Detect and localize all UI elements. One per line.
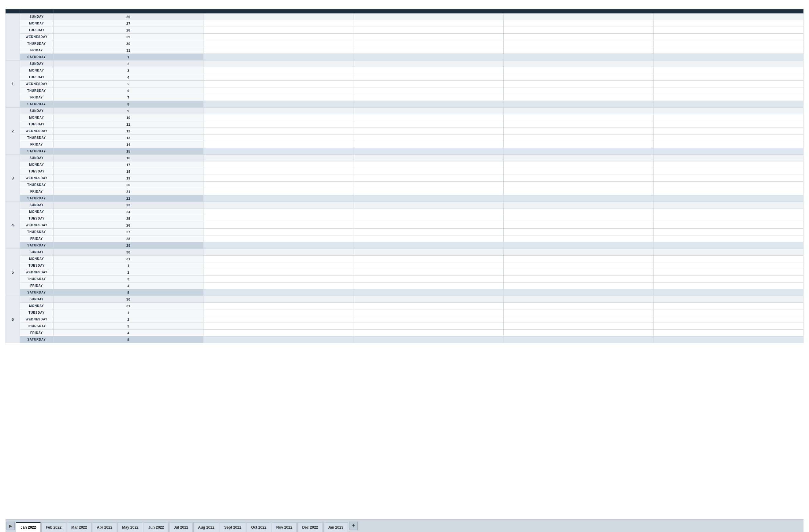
tab-jul-2022[interactable]: Jul 2022 [169,522,193,532]
content-cell[interactable] [503,262,653,269]
content-cell[interactable] [653,336,803,343]
content-cell[interactable] [354,215,503,222]
content-cell[interactable] [653,316,803,323]
content-cell[interactable] [354,330,503,336]
content-cell[interactable] [653,87,803,94]
content-cell[interactable] [653,303,803,309]
content-cell[interactable] [503,20,653,27]
content-cell[interactable] [204,303,354,309]
content-cell[interactable] [653,54,803,60]
content-cell[interactable] [204,209,354,215]
content-cell[interactable] [653,182,803,188]
tab-dec-2022[interactable]: Dec 2022 [297,522,323,532]
content-cell[interactable] [653,40,803,47]
content-cell[interactable] [653,108,803,114]
content-cell[interactable] [503,67,653,74]
content-cell[interactable] [204,141,354,148]
content-cell[interactable] [503,182,653,188]
content-cell[interactable] [204,34,354,40]
content-cell[interactable] [503,74,653,81]
content-cell[interactable] [653,34,803,40]
content-cell[interactable] [503,202,653,209]
content-cell[interactable] [204,161,354,168]
content-cell[interactable] [204,40,354,47]
content-cell[interactable] [204,168,354,175]
content-cell[interactable] [204,188,354,195]
content-cell[interactable] [653,128,803,135]
content-cell[interactable] [354,128,503,135]
content-cell[interactable] [354,175,503,182]
content-cell[interactable] [503,323,653,330]
content-cell[interactable] [503,101,653,108]
content-cell[interactable] [503,289,653,296]
content-cell[interactable] [204,54,354,60]
content-cell[interactable] [653,188,803,195]
content-cell[interactable] [354,87,503,94]
content-cell[interactable] [354,34,503,40]
content-cell[interactable] [503,60,653,67]
content-cell[interactable] [204,202,354,209]
content-cell[interactable] [354,242,503,249]
content-cell[interactable] [653,14,803,20]
content-cell[interactable] [354,81,503,87]
tab-sept-2022[interactable]: Sept 2022 [220,522,246,532]
content-cell[interactable] [653,323,803,330]
content-cell[interactable] [204,316,354,323]
content-cell[interactable] [204,87,354,94]
tab-nov-2022[interactable]: Nov 2022 [272,522,297,532]
content-cell[interactable] [354,27,503,34]
content-cell[interactable] [204,128,354,135]
content-cell[interactable] [653,148,803,155]
content-cell[interactable] [653,81,803,87]
content-cell[interactable] [503,168,653,175]
content-cell[interactable] [653,222,803,229]
content-cell[interactable] [653,242,803,249]
content-cell[interactable] [653,229,803,235]
content-cell[interactable] [503,229,653,235]
content-cell[interactable] [354,309,503,316]
content-cell[interactable] [204,289,354,296]
tab-jun-2022[interactable]: Jun 2022 [144,522,169,532]
content-cell[interactable] [503,316,653,323]
content-cell[interactable] [204,74,354,81]
content-cell[interactable] [503,155,653,161]
content-cell[interactable] [503,108,653,114]
content-cell[interactable] [204,81,354,87]
content-cell[interactable] [204,249,354,255]
content-cell[interactable] [204,336,354,343]
content-cell[interactable] [653,60,803,67]
content-cell[interactable] [503,283,653,289]
content-cell[interactable] [354,148,503,155]
content-cell[interactable] [653,209,803,215]
content-cell[interactable] [354,168,503,175]
content-cell[interactable] [354,222,503,229]
content-cell[interactable] [204,229,354,235]
content-cell[interactable] [503,34,653,40]
content-cell[interactable] [354,67,503,74]
content-cell[interactable] [204,330,354,336]
content-cell[interactable] [354,74,503,81]
content-cell[interactable] [204,155,354,161]
content-cell[interactable] [653,114,803,121]
content-cell[interactable] [653,296,803,303]
tab-may-2022[interactable]: May 2022 [118,522,143,532]
content-cell[interactable] [354,14,503,20]
content-cell[interactable] [503,336,653,343]
content-cell[interactable] [204,222,354,229]
content-cell[interactable] [503,222,653,229]
content-cell[interactable] [503,235,653,242]
content-cell[interactable] [503,249,653,255]
tab-aug-2022[interactable]: Aug 2022 [193,522,219,532]
content-cell[interactable] [204,14,354,20]
content-cell[interactable] [653,27,803,34]
content-cell[interactable] [354,101,503,108]
content-cell[interactable] [354,262,503,269]
tab-add-button[interactable]: + [349,521,358,530]
tab-mar-2022[interactable]: Mar 2022 [67,522,91,532]
content-cell[interactable] [204,215,354,222]
content-cell[interactable] [503,141,653,148]
content-cell[interactable] [354,121,503,128]
content-cell[interactable] [503,114,653,121]
content-cell[interactable] [354,316,503,323]
content-cell[interactable] [653,269,803,276]
